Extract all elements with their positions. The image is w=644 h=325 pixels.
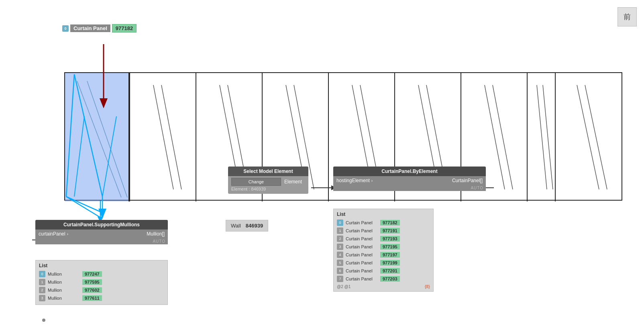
canvas-area: 前	[0, 0, 644, 325]
curtain-panels-list-items: 0 Curtain Panel 977182 1 Curtain Panel 9…	[337, 219, 430, 283]
by-element-node-header: CurtainPanel.ByElement	[333, 167, 486, 176]
wall-id: 846939	[246, 223, 263, 229]
cp-item-index-1: 1	[337, 228, 343, 234]
list-item: 1 Curtain Panel 977191	[337, 227, 430, 235]
change-button[interactable]: Change	[231, 178, 281, 186]
cp-item-index-2: 2	[337, 236, 343, 242]
mullions-auto-label: AUTO	[35, 238, 168, 244]
item-name-3: Mullion	[48, 296, 80, 301]
element-id-text: Element : 846939	[231, 186, 305, 192]
list-item: 3 Mullion 977611	[39, 294, 164, 302]
item-index-3: 3	[39, 295, 45, 301]
cp-item-name-0: Curtain Panel	[346, 220, 378, 225]
curtain-panels-list-title: List	[337, 211, 430, 217]
cp-item-name-2: Curtain Panel	[346, 236, 378, 241]
svg-line-10	[485, 85, 505, 189]
mullion-output-port: Mullion[]	[147, 231, 165, 237]
panel-divider-8	[555, 73, 556, 201]
select-model-element-node: Select Model Element Change Element Elem…	[228, 167, 308, 194]
list-item: 5 Curtain Panel 977199	[337, 259, 430, 267]
cp-item-name-1: Curtain Panel	[346, 228, 378, 233]
list-item: 2 Mullion 977602	[39, 286, 164, 294]
item-index-0: 0	[39, 271, 45, 277]
list-count: {8}	[425, 284, 430, 289]
cp-item-id-7: 977203	[380, 276, 400, 282]
mullions-node-header: CurtainPanel.SupportingMullions	[35, 220, 168, 230]
cp-item-index-5: 5	[337, 260, 343, 266]
select-model-node-header: Select Model Element	[228, 167, 308, 176]
panel-divider-2	[196, 73, 196, 201]
list-item: 6 Curtain Panel 977201	[337, 267, 430, 275]
cp-item-index-6: 6	[337, 268, 343, 274]
svg-line-13	[543, 85, 553, 189]
by-element-auto-label: AUTO	[333, 185, 486, 191]
item-id-0: 977247	[82, 271, 102, 277]
cp-item-id-6: 977201	[380, 268, 400, 274]
mullions-list-title: List	[39, 263, 164, 268]
item-index-1: 1	[39, 279, 45, 285]
cp-item-name-4: Curtain Panel	[346, 252, 378, 257]
cp-item-id-0: 977182	[380, 220, 400, 225]
svg-line-1	[161, 85, 181, 189]
label-icon: 0	[62, 25, 69, 32]
cp-item-index-4: 4	[337, 252, 343, 258]
list-item: 4 Curtain Panel 977197	[337, 251, 430, 259]
item-index-2: 2	[39, 287, 45, 293]
cp-item-name-3: Curtain Panel	[346, 244, 378, 249]
cp-item-index-3: 3	[337, 244, 343, 250]
svg-marker-24	[98, 209, 106, 219]
top-right-label: 前	[624, 12, 631, 22]
element-port: Element	[281, 178, 305, 186]
svg-line-0	[153, 85, 173, 189]
label-name: Curtain Panel	[70, 24, 110, 32]
list-item: 0 Curtain Panel 977182	[337, 219, 430, 227]
cp-item-index-7: 7	[337, 276, 343, 282]
cp-item-id-5: 977199	[380, 260, 400, 266]
curtainpanel-supportingmullions-node: CurtainPanel.SupportingMullions curtainP…	[35, 220, 168, 244]
curtain-panel-top-label: 0 Curtain Panel 977182	[62, 24, 137, 32]
cp-item-id-1: 977191	[380, 228, 400, 234]
hosting-element-port: hostingElement ›	[336, 178, 373, 183]
label-id: 977182	[112, 24, 137, 32]
list-item: 2 Curtain Panel 977193	[337, 235, 430, 243]
cp-item-id-2: 977193	[380, 236, 400, 242]
top-right-button[interactable]: 前	[618, 7, 637, 26]
curtainpanel-output-port: CurtainPanel[]	[452, 178, 483, 183]
wall-label-box: Wall 846939	[226, 220, 268, 232]
scroll-indicator	[42, 316, 45, 323]
item-name-0: Mullion	[48, 272, 80, 276]
mullions-list-items: 0 Mullion 977247 1 Mullion 977595 2 Mull…	[39, 270, 164, 302]
item-name-1: Mullion	[48, 280, 80, 284]
curtainpanel-byelement-node: CurtainPanel.ByElement hostingElement › …	[333, 167, 486, 191]
selected-panel	[65, 73, 129, 201]
list-item: 7 Curtain Panel 977203	[337, 275, 430, 283]
cp-item-id-4: 977197	[380, 252, 400, 258]
cp-item-name-5: Curtain Panel	[346, 260, 378, 265]
list-pagination: @2 @1	[337, 284, 351, 289]
mullions-list-box: List 0 Mullion 977247 1 Mullion 977595 2…	[35, 260, 168, 305]
cp-item-index-0: 0	[337, 219, 343, 226]
cp-item-id-3: 977195	[380, 244, 400, 250]
curtain-panel-input-port: curtainPanel ›	[39, 231, 68, 237]
list-item: 3 Curtain Panel 977195	[337, 243, 430, 251]
svg-line-14	[577, 85, 599, 189]
svg-line-12	[537, 85, 547, 189]
panel-divider-1	[129, 73, 130, 201]
item-id-3: 977611	[82, 295, 102, 301]
svg-line-11	[493, 85, 513, 189]
svg-line-15	[585, 85, 607, 189]
cp-item-name-7: Curtain Panel	[346, 276, 378, 281]
list-item: 0 Mullion 977247	[39, 270, 164, 278]
list-item: 1 Mullion 977595	[39, 278, 164, 286]
wall-name: Wall	[231, 223, 241, 229]
cp-item-name-6: Curtain Panel	[346, 268, 378, 273]
item-id-2: 977602	[82, 287, 102, 293]
item-id-1: 977595	[82, 279, 102, 285]
curtain-panels-list-box: List 0 Curtain Panel 977182 1 Curtain Pa…	[333, 209, 434, 292]
item-name-2: Mullion	[48, 288, 80, 292]
panel-divider-4	[328, 73, 329, 201]
panel-divider-7	[527, 73, 528, 201]
